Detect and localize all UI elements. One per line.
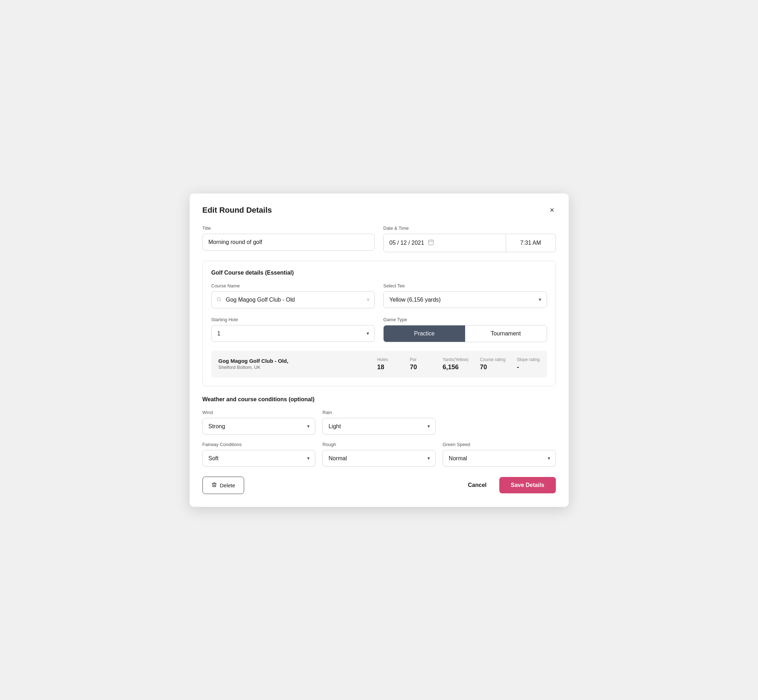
- trash-icon: [211, 482, 217, 489]
- course-rating-label: Course rating: [480, 357, 505, 362]
- save-button[interactable]: Save Details: [499, 477, 556, 493]
- golf-section-title: Golf Course details (Essential): [211, 270, 547, 276]
- holes-stat: Holes 18: [377, 357, 399, 371]
- calendar-icon: [428, 239, 434, 247]
- course-rating-stat: Course rating 70: [480, 357, 505, 371]
- holes-value: 18: [377, 364, 384, 371]
- green-speed-group: Green Speed SlowNormal FastVery Fast ▾: [443, 442, 556, 467]
- datetime-label: Date & Time: [383, 225, 556, 231]
- time-value: 7:31 AM: [520, 240, 541, 246]
- datetime-group: Date & Time 05 / 12 / 2021 7:31 AM: [383, 225, 556, 252]
- green-speed-dropdown[interactable]: SlowNormal FastVery Fast: [443, 450, 556, 467]
- practice-button[interactable]: Practice: [384, 325, 465, 342]
- slope-rating-label: Slope rating: [517, 357, 539, 362]
- select-tee-group: Select Tee Yellow (6,156 yards) White Re…: [383, 283, 547, 308]
- starting-hole-wrap: 1234 5678 910 ▾: [211, 325, 375, 342]
- hole-gametype-row: Starting Hole 1234 5678 910 ▾ Game Type …: [211, 317, 547, 342]
- fairway-rough-green-row: Fairway Conditions SoftNormal HardFirm ▾…: [202, 442, 556, 467]
- modal-header: Edit Round Details ×: [202, 205, 556, 216]
- yards-label: Yards(Yellow): [443, 357, 469, 362]
- select-tee-wrap: Yellow (6,156 yards) White Red Blue ▾: [383, 291, 547, 308]
- green-speed-select-wrap: SlowNormal FastVery Fast ▾: [443, 450, 556, 467]
- golf-course-section: Golf Course details (Essential) Course N…: [202, 261, 556, 386]
- starting-hole-label: Starting Hole: [211, 317, 375, 322]
- course-name-group: Course Name ×: [211, 283, 375, 308]
- game-type-toggle: Practice Tournament: [383, 325, 547, 342]
- wind-group: Wind CalmLightModerate StrongVery Strong…: [202, 410, 316, 434]
- svg-rect-0: [429, 240, 434, 245]
- course-name-search-wrap: ×: [211, 291, 375, 308]
- cancel-button[interactable]: Cancel: [462, 477, 492, 493]
- date-time-row: 05 / 12 / 2021 7:31 AM: [383, 234, 556, 252]
- slope-rating-value: -: [517, 364, 519, 371]
- course-name-input[interactable]: [211, 291, 375, 308]
- delete-button[interactable]: Delete: [202, 477, 244, 494]
- rough-group: Rough NormalLongShort ▾: [323, 442, 435, 467]
- par-value: 70: [410, 364, 417, 371]
- course-info-name-group: Gog Magog Golf Club - Old, Shelford Bott…: [219, 358, 366, 370]
- holes-label: Holes: [377, 357, 388, 362]
- game-type-group: Game Type Practice Tournament: [383, 317, 547, 342]
- weather-section-title: Weather and course conditions (optional): [202, 396, 556, 403]
- delete-label: Delete: [220, 482, 235, 488]
- footer-row: Delete Cancel Save Details: [202, 477, 556, 494]
- wind-dropdown[interactable]: CalmLightModerate StrongVery Strong: [202, 418, 316, 434]
- starting-hole-dropdown[interactable]: 1234 5678 910: [211, 325, 375, 342]
- edit-round-modal: Edit Round Details × Title Date & Time 0…: [190, 194, 568, 507]
- date-value: 05 / 12 / 2021: [389, 240, 424, 246]
- title-datetime-row: Title Date & Time 05 / 12 / 2021: [202, 225, 556, 252]
- green-speed-label: Green Speed: [443, 442, 556, 447]
- course-name-label: Course Name: [211, 283, 375, 289]
- svg-line-5: [220, 300, 221, 301]
- svg-point-4: [217, 297, 220, 300]
- rain-label: Rain: [323, 410, 435, 415]
- title-input[interactable]: [202, 234, 375, 251]
- course-rating-value: 70: [480, 364, 487, 371]
- yards-value: 6,156: [443, 364, 459, 371]
- par-stat: Par 70: [410, 357, 431, 371]
- wind-rain-row: Wind CalmLightModerate StrongVery Strong…: [202, 410, 556, 434]
- tournament-button[interactable]: Tournament: [465, 325, 547, 342]
- rain-dropdown[interactable]: NoneLight ModerateHeavy: [323, 418, 435, 434]
- wind-label: Wind: [202, 410, 316, 415]
- game-type-label: Game Type: [383, 317, 547, 322]
- modal-title: Edit Round Details: [202, 206, 272, 215]
- search-icon: [216, 297, 222, 303]
- course-info-location: Shelford Bottom, UK: [219, 364, 366, 370]
- starting-hole-group: Starting Hole 1234 5678 910 ▾: [211, 317, 375, 342]
- title-group: Title: [202, 225, 375, 252]
- close-button[interactable]: ×: [548, 205, 556, 216]
- rain-select-wrap: NoneLight ModerateHeavy ▾: [323, 418, 435, 434]
- rain-group: Rain NoneLight ModerateHeavy ▾: [323, 410, 435, 434]
- title-label: Title: [202, 225, 375, 231]
- select-tee-dropdown[interactable]: Yellow (6,156 yards) White Red Blue: [383, 291, 547, 308]
- rough-dropdown[interactable]: NormalLongShort: [323, 450, 435, 467]
- fairway-dropdown[interactable]: SoftNormal HardFirm: [202, 450, 316, 467]
- rough-label: Rough: [323, 442, 435, 447]
- weather-section: Weather and course conditions (optional)…: [202, 396, 556, 467]
- rough-select-wrap: NormalLongShort ▾: [323, 450, 435, 467]
- fairway-select-wrap: SoftNormal HardFirm ▾: [202, 450, 316, 467]
- par-label: Par: [410, 357, 417, 362]
- course-info-name: Gog Magog Golf Club - Old,: [219, 358, 366, 364]
- clear-icon[interactable]: ×: [366, 297, 370, 303]
- time-field[interactable]: 7:31 AM: [506, 234, 556, 252]
- course-info-bar: Gog Magog Golf Club - Old, Shelford Bott…: [211, 351, 547, 377]
- fairway-label: Fairway Conditions: [202, 442, 316, 447]
- select-tee-label: Select Tee: [383, 283, 547, 289]
- footer-right: Cancel Save Details: [462, 477, 556, 493]
- fairway-group: Fairway Conditions SoftNormal HardFirm ▾: [202, 442, 316, 467]
- course-tee-row: Course Name × Select Tee Yell: [211, 283, 547, 308]
- yards-stat: Yards(Yellow) 6,156: [443, 357, 469, 371]
- slope-rating-stat: Slope rating -: [517, 357, 539, 371]
- wind-select-wrap: CalmLightModerate StrongVery Strong ▾: [202, 418, 316, 434]
- date-field[interactable]: 05 / 12 / 2021: [383, 234, 506, 252]
